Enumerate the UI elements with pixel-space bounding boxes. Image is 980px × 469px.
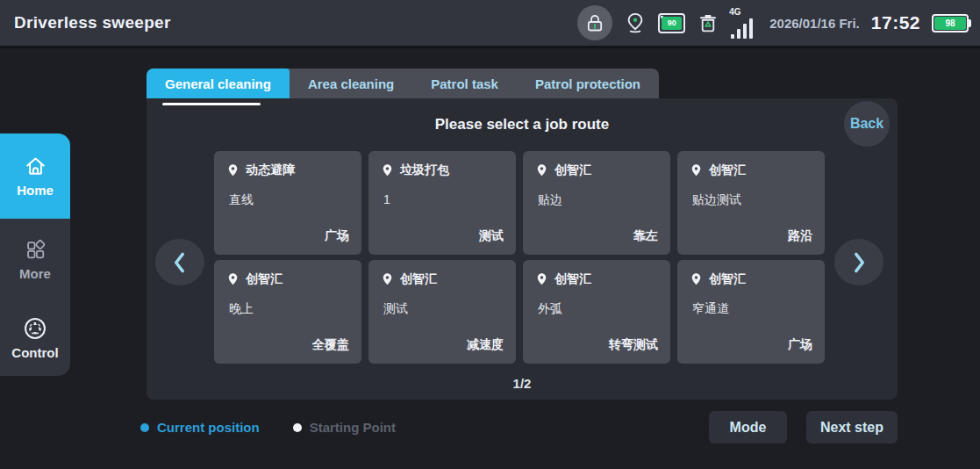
route-card-tag: 转弯测试 — [609, 337, 658, 353]
route-card-name: 创智汇 — [400, 271, 437, 287]
route-card-tag: 靠左 — [633, 228, 658, 244]
route-card-tag: 广场 — [325, 228, 349, 244]
tab-patrol-task[interactable]: Patrol task — [412, 69, 517, 98]
location-pin-icon — [624, 11, 647, 34]
back-button[interactable]: Back — [844, 101, 890, 147]
cellular-signal-icon: 4G — [731, 8, 753, 39]
lock-button[interactable] — [577, 5, 612, 40]
legend-starting-point: Starting Point — [293, 420, 396, 435]
route-card[interactable]: 创智汇窄通道广场 — [677, 260, 825, 364]
mode-button[interactable]: Mode — [709, 411, 787, 444]
route-card-tag: 广场 — [788, 337, 812, 353]
control-dpad-icon — [23, 316, 47, 341]
route-card[interactable]: 创智汇贴边靠左 — [523, 151, 670, 255]
map-pin-icon — [381, 163, 394, 177]
sidebar-item-label: Home — [17, 183, 54, 198]
route-card-name: 垃圾打包 — [400, 162, 449, 178]
route-card-name: 创智汇 — [246, 271, 283, 287]
tab-area-cleaning[interactable]: Area cleaning — [290, 69, 412, 98]
route-card-grid: 动态避障直线广场垃圾打包1测试创智汇贴边靠左创智汇贴边测试路沿创智汇晚上全覆盖创… — [214, 151, 832, 364]
map-legend: Current position Starting Point — [140, 420, 396, 435]
home-icon — [24, 155, 47, 178]
map-pin-icon — [690, 272, 703, 286]
tab-patrol-protection[interactable]: Patrol protection — [517, 69, 659, 98]
map-pin-icon — [535, 272, 548, 286]
route-card-name: 动态避障 — [246, 162, 295, 178]
route-card-route: 晚上 — [226, 301, 349, 317]
route-card-route: 1 — [381, 192, 504, 206]
map-pin-icon — [535, 163, 548, 177]
network-type-label: 4G — [729, 7, 740, 17]
job-route-panel: Please select a job route Back 动态避障直线广场垃… — [147, 98, 898, 400]
battery-percent: 98 — [934, 17, 966, 30]
route-card-name: 创智汇 — [554, 271, 591, 287]
active-tab-underline — [162, 103, 261, 105]
starting-point-dot-icon — [293, 423, 302, 432]
date-text: 2026/01/16 Fri. — [769, 16, 860, 31]
current-position-dot-icon — [140, 423, 149, 432]
route-card-name: 创智汇 — [709, 162, 746, 178]
map-pin-icon — [690, 163, 703, 177]
tank-level-icon: 90 — [658, 13, 685, 33]
route-card[interactable]: 创智汇晚上全覆盖 — [214, 260, 361, 364]
route-card[interactable]: 创智汇贴边测试路沿 — [677, 151, 825, 255]
route-card-route: 贴边测试 — [690, 192, 812, 208]
lock-icon — [584, 12, 605, 33]
app-title: Driverless sweeper — [14, 13, 171, 32]
panel-title: Please select a job route — [147, 116, 898, 133]
sidebar: Home More Control — [0, 133, 70, 376]
status-cluster: 90 4G 2026/01/16 Fri. 17:52 98 — [577, 5, 971, 40]
route-card-tag: 测试 — [479, 228, 504, 244]
tab-bar: General cleaningArea cleaningPatrol task… — [147, 69, 659, 98]
route-card[interactable]: 动态避障直线广场 — [214, 151, 361, 255]
next-page-button[interactable] — [834, 239, 883, 285]
route-card-route: 直线 — [226, 192, 349, 208]
map-pin-icon — [381, 272, 394, 286]
sidebar-item-more[interactable]: More — [0, 219, 70, 299]
tank-level-value: 90 — [662, 17, 682, 30]
sidebar-item-home[interactable]: Home — [0, 133, 70, 219]
next-step-button[interactable]: Next step — [806, 411, 898, 444]
route-card-route: 外弧 — [535, 301, 658, 317]
battery-icon: 98 — [932, 14, 971, 32]
route-card-route: 贴边 — [535, 192, 658, 208]
tab-general-cleaning[interactable]: General cleaning — [147, 69, 290, 98]
legend-current-position: Current position — [140, 420, 260, 435]
top-bar: Driverless sweeper 90 — [0, 0, 980, 48]
route-card-name: 创智汇 — [709, 271, 746, 287]
sidebar-item-label: More — [19, 266, 51, 281]
more-grid-icon — [24, 238, 47, 262]
route-card[interactable]: 垃圾打包1测试 — [368, 151, 516, 255]
legend-label: Current position — [157, 420, 260, 435]
prev-page-button[interactable] — [155, 239, 204, 285]
sidebar-item-label: Control — [11, 345, 58, 360]
route-card[interactable]: 创智汇外弧转弯测试 — [523, 260, 670, 364]
route-card-tag: 路沿 — [788, 228, 812, 244]
route-card-tag: 减速度 — [467, 337, 504, 353]
pagination-indicator: 1/2 — [147, 376, 898, 391]
map-pin-icon — [226, 163, 240, 177]
sidebar-item-control[interactable]: Control — [0, 299, 70, 376]
route-card-name: 创智汇 — [554, 162, 591, 178]
legend-label: Starting Point — [310, 420, 396, 435]
trash-recycle-icon — [697, 11, 719, 34]
route-card-route: 窄通道 — [690, 301, 812, 317]
route-card-route: 测试 — [381, 301, 504, 317]
map-pin-icon — [226, 272, 240, 286]
time-text: 17:52 — [871, 12, 920, 33]
route-card[interactable]: 创智汇测试减速度 — [368, 260, 516, 364]
chevron-left-icon — [168, 249, 191, 276]
route-card-tag: 全覆盖 — [312, 337, 349, 353]
chevron-right-icon — [848, 249, 870, 276]
